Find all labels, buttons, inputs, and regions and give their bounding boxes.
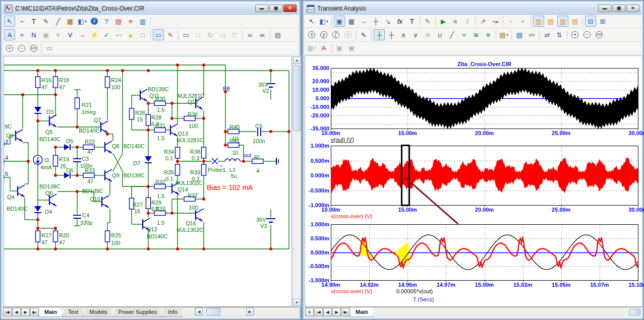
find-attribute-icon[interactable]: A [4, 29, 15, 40]
zoom-100-icon[interactable]: 100 [594, 29, 605, 40]
scroll-right-button[interactable]: ▶ [246, 308, 254, 315]
file-list-icon[interactable]: ≡ [125, 16, 136, 27]
picture-icon[interactable]: ▦ [65, 16, 76, 27]
measure-vertical-icon[interactable]: ⇅ [554, 29, 565, 40]
select-box-icon[interactable]: ▭ [181, 29, 192, 40]
data-box-icon[interactable]: ▫ [505, 16, 516, 27]
zoom-region-annotation[interactable] [401, 145, 410, 206]
schematic-canvas[interactable]: R1647R1847R24100R211megD39CQ3345Q5BD140C… [4, 56, 292, 307]
properties-icon[interactable]: ✎ [422, 16, 433, 27]
branch-icon[interactable]: ≡ [483, 29, 494, 40]
select-arrow-icon[interactable]: ↖ [4, 16, 15, 27]
analysis-plot-area[interactable]: 35.00020.00010.0000.000-10.000-20.000-35… [305, 55, 642, 307]
warning-icon[interactable]: ▲ [125, 29, 136, 40]
flip-vertical-icon[interactable]: ▽ [229, 29, 240, 40]
component-dropdown-icon[interactable]: ◧▾ [77, 16, 88, 27]
scale-x-icon[interactable]: x [306, 29, 317, 40]
font-icon[interactable]: A [318, 43, 329, 54]
scale-lines-icon[interactable]: ≡ [342, 29, 354, 40]
scroll-up-button[interactable]: ▲ [293, 56, 301, 64]
wire-mode-icon[interactable]: ~ [16, 16, 27, 27]
scroll-left-button[interactable]: ◀ [195, 308, 203, 315]
help-icon[interactable]: ? [101, 16, 112, 27]
schematic-titlebar[interactable]: C:\MC11\DATA\Petrov\Zita\Zita_Cross-Over… [3, 3, 299, 15]
point-tag-icon[interactable]: ↘ [382, 16, 393, 27]
tab-power-supplies[interactable]: Power Supplies [113, 308, 162, 317]
zoom-in-icon[interactable]: + [569, 29, 580, 40]
flip-horizontal-icon[interactable]: ◁ [217, 29, 228, 40]
run-icon[interactable]: ▶ [438, 16, 449, 27]
analog-curve-alt-icon[interactable]: ↝ [490, 16, 501, 27]
shape-dropdown-icon[interactable]: ◧▾ [318, 16, 329, 27]
tab-nav-button[interactable]: |◀ [3, 308, 12, 316]
close-button[interactable]: ✕ [283, 5, 297, 12]
tab-nav-button[interactable]: ▶ [21, 308, 30, 316]
group-plot-icon[interactable]: ▤ [545, 16, 556, 27]
report-icon[interactable]: ▥ [137, 16, 148, 27]
schematic-vertical-scrollbar[interactable]: ▲ ▼ [292, 56, 301, 307]
tab-nav-button[interactable]: |◀ [314, 308, 323, 316]
tab-main[interactable]: Main [350, 308, 374, 317]
scale-y-icon[interactable]: y [318, 29, 329, 40]
shape-icon[interactable]: □ [193, 29, 204, 40]
tile-dropdown-icon[interactable]: ▦▾ [306, 43, 317, 54]
scroll-thumb[interactable] [293, 66, 301, 131]
tab-nav-button[interactable]: ▶| [30, 308, 39, 316]
tab-text[interactable]: Text [63, 308, 84, 317]
data-points-123-icon[interactable]: 123 [526, 29, 537, 40]
stop-icon[interactable]: ■ [450, 16, 461, 27]
split-horizontal-icon[interactable]: ⊟ [585, 16, 596, 27]
slope-icon[interactable]: ╱ [446, 29, 457, 40]
node-numbers-icon[interactable]: N [28, 29, 39, 40]
graphics-line-icon[interactable]: ✎ [40, 16, 51, 27]
zoom-out-icon[interactable]: − [581, 29, 593, 40]
condition-display-icon[interactable]: ✓ [101, 29, 112, 40]
valley-icon[interactable]: ∨ [410, 29, 421, 40]
tab-nav-button[interactable]: ▾ [305, 308, 314, 316]
find-wave-text-icon[interactable]: ≈ [16, 29, 27, 40]
text-mode-icon[interactable]: T [406, 16, 418, 27]
tab-nav-button[interactable]: ▶| [341, 308, 350, 316]
find-binoculars-a-icon[interactable]: ∞ [245, 29, 256, 40]
page-icon[interactable]: ▭ [44, 43, 55, 54]
node-voltages-icon[interactable]: V [65, 29, 76, 40]
find-binoculars-icon[interactable]: ∞ [257, 29, 268, 40]
zoom-100-icon[interactable]: 100 [28, 43, 39, 54]
rotate-icon[interactable]: ↻ [205, 29, 216, 40]
cursor-both-icon[interactable]: ┼ [374, 29, 385, 40]
flag-mode-icon[interactable]: ╱ [52, 16, 64, 27]
four-plot-icon[interactable]: ▤ [569, 16, 580, 27]
fx-icon[interactable]: fx [394, 16, 405, 27]
scale-mode-icon[interactable]: ↔ [358, 16, 369, 27]
zoom-out-icon[interactable]: − [16, 43, 27, 54]
numeric-output-icon[interactable]: ▤ [514, 29, 525, 40]
notes-icon[interactable]: ▤ [272, 29, 283, 40]
select-region-icon[interactable]: ▭ [153, 29, 164, 40]
scroll-down-button[interactable]: ▼ [293, 299, 301, 306]
send-back-icon[interactable]: ▣ [346, 43, 357, 54]
split-cursor-icon[interactable]: ⊞ [597, 16, 608, 27]
grid-text-icon[interactable]: □ [137, 29, 148, 40]
cursor-next-icon[interactable]: ┼ [386, 29, 397, 40]
maximize-button[interactable]: ▣ [612, 5, 625, 12]
scale-fx-icon[interactable]: ƒ [330, 29, 341, 40]
power-display-icon[interactable]: ⚡ [89, 29, 100, 40]
pin-connections-icon[interactable]: ⋯ [113, 29, 124, 40]
text-mode-icon[interactable]: T [28, 16, 39, 27]
pause-icon[interactable]: ‖ [462, 16, 473, 27]
tab-main[interactable]: Main [39, 308, 63, 317]
dropdown-arrow-icon[interactable]: ▾ [52, 29, 64, 40]
tab-info[interactable]: Info [162, 308, 183, 317]
minimize-button[interactable]: ▬ [255, 5, 268, 12]
rule-check-icon[interactable]: ▤ [113, 16, 124, 27]
minimize-button[interactable]: ▬ [598, 5, 611, 12]
select-arrow-icon[interactable]: ↖ [306, 16, 317, 27]
zoom-wave-icon[interactable]: ▣ [334, 16, 345, 27]
analysis-plots-canvas[interactable] [305, 56, 642, 306]
low-icon[interactable]: ∪ [434, 29, 445, 40]
info-icon[interactable]: i [89, 16, 100, 27]
close-button[interactable]: ✕ [626, 5, 639, 12]
tab-nav-button[interactable]: ◀ [12, 308, 21, 316]
graph-paper-icon[interactable]: ▦ [346, 16, 357, 27]
envelope-icon[interactable]: ≋ [471, 29, 482, 40]
